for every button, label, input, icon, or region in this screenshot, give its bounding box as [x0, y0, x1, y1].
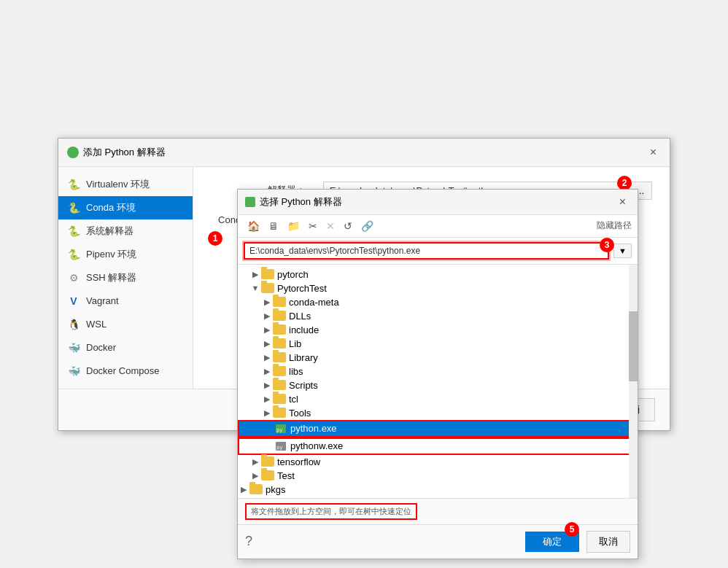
file-dialog: 选择 Python 解释器 × 🏠 🖥 📁 ✂ ✕ ↺ 🔗 隐藏路径: [237, 189, 638, 559]
docker-icon: 🐳: [67, 341, 80, 354]
tree-item-pytorchtest[interactable]: ▼ PytorchTest: [238, 281, 638, 295]
folder-icon-pytorch: [261, 269, 274, 279]
badge-5: 5: [565, 522, 579, 537]
virtualenv-icon: 🐍: [67, 178, 80, 191]
dialog-body: 🐍 Virtualenv 环境 🐍 Conda 环境 🐍 系统解释器 🐍 Pip…: [58, 167, 670, 389]
ssh-icon: ⚙: [67, 271, 80, 284]
tree-item-python-exe[interactable]: py python.exe: [238, 420, 638, 437]
file-dialog-help-icon[interactable]: ?: [245, 534, 252, 549]
main-dialog: 添加 Python 解释器 × 🐍 Virtualenv 环境 🐍 Conda …: [58, 138, 670, 431]
toolbar-desktop-button[interactable]: 🖥: [265, 218, 282, 234]
folder-icon-libs: [273, 366, 286, 376]
tree-item-dlls[interactable]: ▶ DLLs: [238, 309, 638, 323]
scrollbar-track[interactable]: [629, 265, 638, 498]
sidebar-label-conda: Conda 环境: [86, 201, 136, 214]
file-dialog-footer: ? 确定 取消 5: [238, 524, 638, 559]
badge-2: 2: [617, 176, 632, 190]
tree-item-tools[interactable]: ▶ Tools: [238, 406, 638, 420]
path-dropdown-button[interactable]: ▼: [613, 244, 632, 258]
sidebar-item-dockercompose[interactable]: 🐳 Docker Compose: [58, 359, 193, 383]
tree-item-lib[interactable]: ▶ Lib: [238, 337, 638, 351]
main-dialog-title: 添加 Python 解释器: [83, 146, 166, 159]
folder-icon-include: [273, 324, 286, 335]
python-exe-row-wrap: py python.exe 4: [238, 420, 638, 437]
vagrant-icon: V: [67, 295, 80, 308]
folder-icon-dlls: [273, 311, 286, 321]
folder-icon-test: [261, 470, 274, 481]
folder-icon-pytorchtest: [261, 283, 274, 293]
sidebar-label-wsl: WSL: [86, 319, 107, 330]
sidebar: 🐍 Virtualenv 环境 🐍 Conda 环境 🐍 系统解释器 🐍 Pip…: [58, 167, 193, 389]
sidebar-item-pipenv[interactable]: 🐍 Pipenv 环境: [58, 243, 193, 266]
badge-3: 3: [600, 238, 614, 252]
file-dialog-status: 将文件拖放到上方空间，即可在树中快速定位: [238, 498, 638, 524]
file-dialog-title-area: 选择 Python 解释器: [245, 195, 342, 209]
folder-icon-tools: [273, 408, 286, 418]
folder-icon-conda-meta: [273, 297, 286, 307]
sidebar-label-docker: Docker: [86, 342, 116, 353]
title-icon: [67, 147, 79, 158]
scrollbar-thumb[interactable]: [629, 311, 638, 381]
tree-item-tensorflow[interactable]: ▶ tensorflow: [238, 455, 638, 469]
file-dialog-cancel-button[interactable]: 取消: [586, 531, 630, 553]
folder-icon-lib: [273, 338, 286, 349]
python-exe-icon: py: [274, 423, 287, 435]
sidebar-item-system[interactable]: 🐍 系统解释器: [58, 219, 193, 243]
folder-icon-tcl: [273, 394, 286, 404]
tree-item-pytorch[interactable]: ▶ pytorch: [238, 268, 638, 281]
tree-item-tcl[interactable]: ▶ tcl: [238, 392, 638, 406]
folder-icon-tensorflow: [261, 456, 274, 467]
dockercompose-icon: 🐳: [67, 365, 80, 378]
file-dialog-toolbar: 🏠 🖥 📁 ✂ ✕ ↺ 🔗 隐藏路径: [238, 215, 638, 238]
file-dialog-icon: [245, 197, 255, 207]
svg-text:py: py: [276, 445, 282, 451]
tree-item-include[interactable]: ▶ include: [238, 323, 638, 337]
conda-icon: 🐍: [67, 201, 80, 214]
sidebar-label-virtualenv: Virtualenv 环境: [86, 178, 150, 191]
folder-icon-scripts: [273, 380, 286, 390]
badge-1: 1: [208, 231, 222, 246]
sidebar-item-vagrant[interactable]: V Vagrant: [58, 289, 193, 313]
tree-item-pythonw-exe[interactable]: py pythonw.exe: [238, 437, 638, 455]
main-close-button[interactable]: ×: [646, 144, 661, 160]
file-tree: ▶ pytorch ▼ PytorchTest ▶ conda-met: [238, 265, 638, 498]
toolbar-link-button[interactable]: 🔗: [357, 218, 377, 234]
main-dialog-titlebar: 添加 Python 解释器 ×: [58, 139, 670, 167]
sidebar-item-wsl[interactable]: 🐧 WSL: [58, 313, 193, 336]
sidebar-label-ssh: SSH 解释器: [86, 271, 136, 284]
hide-path-link[interactable]: 隐藏路径: [597, 219, 632, 232]
wsl-icon: 🐧: [67, 318, 80, 331]
toolbar-cut-button[interactable]: ✂: [305, 218, 321, 234]
sidebar-item-docker[interactable]: 🐳 Docker: [58, 336, 193, 359]
svg-text:py: py: [276, 427, 282, 433]
path-input[interactable]: [244, 242, 609, 260]
toolbar-home-button[interactable]: 🏠: [244, 218, 263, 234]
sidebar-label-system: 系统解释器: [86, 225, 133, 238]
sidebar-item-ssh[interactable]: ⚙ SSH 解释器: [58, 266, 193, 289]
sidebar-item-virtualenv[interactable]: 🐍 Virtualenv 环境: [58, 173, 193, 196]
tree-item-conda-meta[interactable]: ▶ conda-meta: [238, 295, 638, 309]
title-area: 添加 Python 解释器: [67, 146, 166, 159]
toolbar-delete-button[interactable]: ✕: [322, 218, 338, 234]
tree-item-test[interactable]: ▶ Test: [238, 469, 638, 483]
tree-item-scripts[interactable]: ▶ Scripts: [238, 378, 638, 392]
toolbar-refresh-button[interactable]: ↺: [340, 218, 356, 234]
sidebar-label-pipenv: Pipenv 环境: [86, 248, 136, 261]
path-input-row: 3 ▼: [238, 238, 638, 265]
pythonw-exe-icon: py: [274, 440, 287, 452]
tree-item-libs[interactable]: ▶ libs: [238, 365, 638, 378]
file-dialog-title: 选择 Python 解释器: [260, 195, 342, 209]
tree-item-library[interactable]: ▶ Library: [238, 351, 638, 365]
file-dialog-status-text: 将文件拖放到上方空间，即可在树中快速定位: [245, 503, 417, 520]
folder-icon-library: [273, 352, 286, 362]
sidebar-label-dockercompose: Docker Compose: [86, 365, 159, 376]
file-dialog-titlebar: 选择 Python 解释器 ×: [238, 190, 638, 215]
pipenv-icon: 🐍: [67, 248, 80, 261]
toolbar-newfolder-button[interactable]: 📁: [284, 218, 303, 234]
file-dialog-close-button[interactable]: ×: [615, 194, 630, 210]
folder-icon-pkgs: [249, 484, 263, 494]
sidebar-label-vagrant: Vagrant: [86, 295, 119, 306]
sidebar-item-conda[interactable]: 🐍 Conda 环境: [58, 196, 193, 219]
system-icon: 🐍: [67, 225, 80, 238]
tree-item-pkgs[interactable]: ▶ pkgs: [238, 483, 638, 497]
